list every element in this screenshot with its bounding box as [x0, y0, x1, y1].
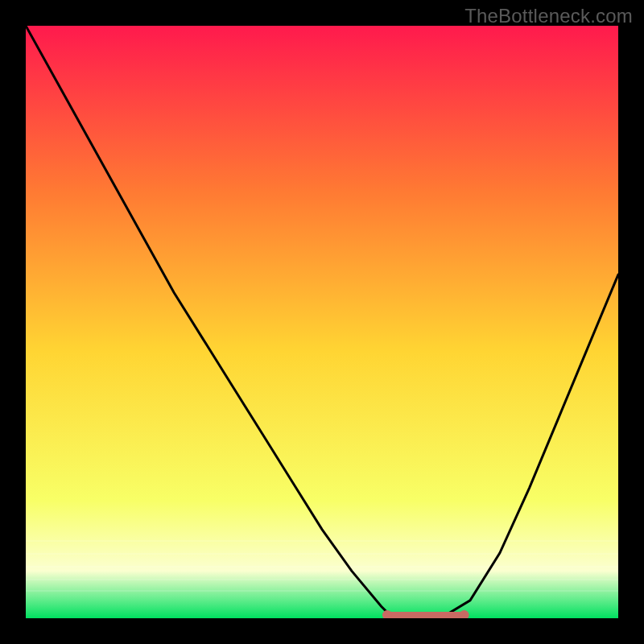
chart-svg — [26, 26, 618, 618]
plot-area — [26, 26, 618, 618]
chart-frame: TheBottleneck.com — [0, 0, 644, 644]
watermark-text: TheBottleneck.com — [464, 5, 633, 27]
